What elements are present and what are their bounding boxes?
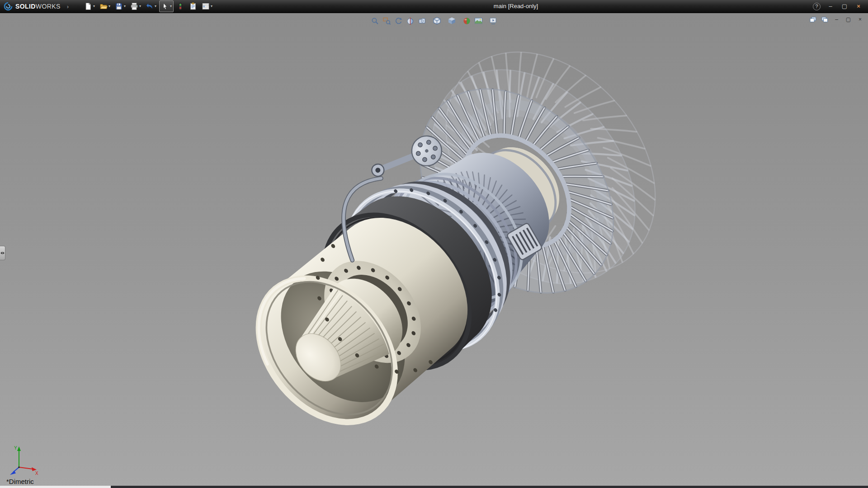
dropdown-caret-icon[interactable]: ▾ (124, 5, 126, 8)
undo-button[interactable]: ▾ (144, 0, 158, 12)
app-name: SOLIDWORKS (15, 3, 61, 10)
minimize-window-button[interactable]: – (826, 2, 835, 10)
previous-view-icon (394, 17, 403, 25)
orientation-triad: Y X (5, 444, 42, 476)
zoom-to-area-button[interactable] (382, 16, 392, 26)
model-jet-engine[interactable] (0, 13, 868, 488)
dropdown-caret-icon[interactable]: ▾ (108, 5, 110, 8)
file-properties-icon (189, 2, 197, 10)
previous-view-button[interactable] (393, 16, 403, 26)
view-orientation-cube-icon (433, 17, 441, 25)
apply-scene-icon (474, 17, 483, 25)
open-folder-icon (99, 2, 108, 10)
statusbar-edge-light (0, 486, 111, 488)
options-button[interactable]: ▾ (200, 0, 214, 12)
window-controls: ? – ▢ × (813, 2, 868, 10)
quick-access-toolbar: ▾ ▾ ▾ ▾ (82, 0, 214, 12)
view-orientation-button[interactable] (432, 16, 442, 26)
rebuild-icon (176, 2, 184, 10)
apply-scene-button[interactable] (473, 16, 483, 26)
options-icon (202, 2, 210, 10)
save-button[interactable]: ▾ (113, 0, 127, 12)
section-view-icon (406, 17, 415, 25)
edit-appearance-icon (462, 17, 471, 25)
close-window-button[interactable]: × (854, 2, 863, 10)
dropdown-caret-icon[interactable]: ▾ (139, 5, 141, 8)
minimize-document-button[interactable]: – (833, 16, 840, 23)
zoom-to-fit-icon (371, 17, 379, 25)
previous-document-icon (810, 17, 816, 23)
expand-right-icon (3, 252, 5, 254)
dassault-3ds-logo-icon (4, 2, 13, 11)
brand-works: WORKS (36, 3, 61, 10)
menu-expand-chevron-icon[interactable]: › (67, 3, 69, 10)
z-axis-arrow-icon (10, 471, 16, 475)
document-window-controls: – ▢ × (809, 16, 864, 23)
close-document-button[interactable]: × (856, 16, 864, 23)
undo-icon (146, 2, 154, 10)
zoom-to-area-icon (382, 17, 391, 25)
brand-solid: SOLID (15, 3, 36, 10)
collapse-left-icon (0, 252, 2, 254)
select-cursor-icon (161, 2, 169, 10)
file-properties-button[interactable] (187, 0, 199, 12)
dropdown-caret-icon[interactable]: ▾ (170, 5, 172, 8)
help-button[interactable]: ? (813, 3, 821, 10)
bottom-edge (0, 486, 868, 488)
zoom-to-fit-button[interactable] (370, 16, 380, 26)
print-button[interactable]: ▾ (128, 0, 143, 12)
restore-document-button[interactable]: ▢ (844, 16, 852, 23)
dropdown-caret-icon[interactable]: ▾ (155, 5, 156, 8)
view-settings-button[interactable] (488, 16, 498, 26)
titlebar: SOLIDWORKS › ▾ ▾ ▾ (0, 0, 868, 13)
next-document-icon (821, 17, 828, 23)
x-axis-label: X (35, 471, 38, 476)
y-axis-arrow-icon (17, 446, 21, 451)
app-logo: SOLIDWORKS › (0, 2, 69, 11)
graphics-viewport[interactable]: – ▢ × Y X *Dimetric (0, 13, 868, 488)
display-style-button[interactable] (447, 16, 457, 26)
edit-appearance-button[interactable] (462, 16, 472, 26)
rebuild-button[interactable] (175, 0, 186, 12)
dropdown-caret-icon[interactable]: ▾ (93, 5, 95, 8)
new-document-button[interactable]: ▾ (82, 0, 97, 12)
maximize-window-button[interactable]: ▢ (840, 2, 849, 10)
previous-document-button[interactable] (809, 16, 817, 23)
save-icon (115, 2, 123, 10)
section-view-button[interactable] (405, 16, 415, 26)
taskbar-edge (111, 486, 868, 488)
heads-up-view-toolbar (370, 16, 498, 26)
view-orientation-label: *Dimetric (6, 478, 34, 485)
next-document-button[interactable] (821, 16, 829, 23)
panel-splitter-tab[interactable] (0, 246, 5, 260)
view-settings-icon (489, 17, 498, 25)
y-axis-label: Y (14, 446, 17, 450)
print-icon (130, 2, 138, 10)
display-style-icon (448, 17, 456, 25)
new-document-icon (84, 2, 92, 10)
annotation-views-icon (418, 17, 426, 25)
select-button[interactable]: ▾ (159, 0, 174, 12)
document-title: main [Read-only] (494, 0, 538, 13)
open-button[interactable]: ▾ (98, 0, 112, 12)
annotation-views-button[interactable] (417, 16, 427, 26)
dropdown-caret-icon[interactable]: ▾ (211, 5, 212, 8)
